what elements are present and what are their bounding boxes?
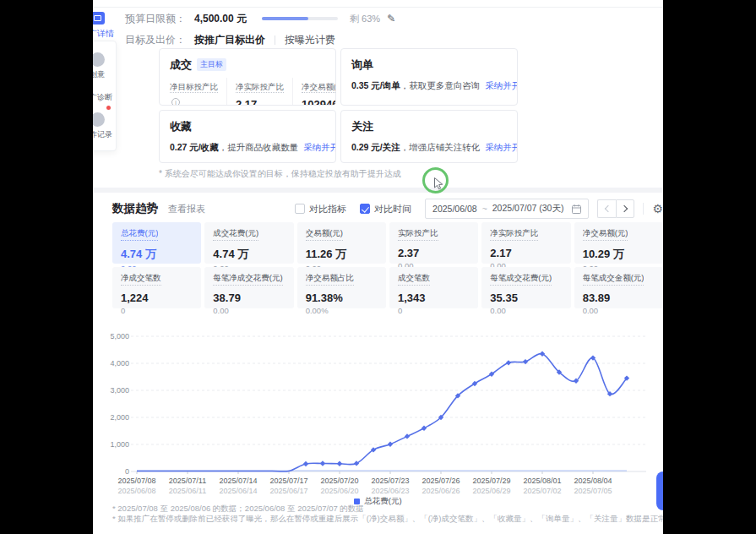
data-point-marker (422, 426, 427, 431)
goal-stat-label-row: 净交易额(元) (302, 78, 336, 93)
suggested-price: 0.35 元/询单 (351, 80, 400, 90)
metric-tile[interactable]: 总花费(元)4.74 万0.00 (112, 222, 201, 264)
metric-tile[interactable]: 每笔成交金额(元)83.890.00 (574, 267, 663, 308)
chevron-left-icon (605, 205, 612, 212)
goal-stat-label: 净交易额(元) (302, 82, 336, 93)
click-indicator (422, 167, 449, 193)
detail-icon (93, 12, 105, 25)
svg-text:2025/06/23: 2025/06/23 (371, 487, 409, 495)
svg-text:2025/07/05: 2025/07/05 (574, 487, 612, 495)
prev-period-button[interactable] (597, 199, 616, 218)
budget-progress-bar[interactable] (262, 17, 338, 20)
metric-value: 35.35 (490, 292, 562, 304)
metric-tiles: 总花费(元)4.74 万0.00成交花费(元)4.74 万0.00交易额(元)1… (112, 222, 663, 308)
creative-icon (93, 52, 105, 67)
metric-label: 实际投产比 (398, 228, 438, 241)
svg-text:2025/06/29: 2025/06/29 (472, 487, 510, 495)
svg-text:5,000: 5,000 (110, 332, 129, 341)
metric-tile[interactable]: 净实际投产比2.170.00 (481, 222, 570, 264)
svg-text:3,000: 3,000 (110, 386, 129, 395)
svg-text:2025/07/14: 2025/07/14 (219, 477, 257, 485)
metric-label: 净交易额(元) (583, 228, 628, 241)
svg-text:4,000: 4,000 (110, 359, 129, 368)
metric-tile[interactable]: 净交易额(元)10.29 万0.00 (574, 222, 663, 264)
svg-text:2,000: 2,000 (110, 413, 129, 422)
metric-tile[interactable]: 成交花费(元)4.74 万0.00 (204, 222, 293, 264)
info-icon[interactable]: i (171, 98, 180, 106)
tab-bid-by-exposure[interactable]: 按曝光计费 (285, 33, 335, 47)
metric-label: 净成交笔数 (121, 273, 161, 286)
floating-side-button[interactable] (656, 471, 663, 510)
metric-tile[interactable]: 每笔成交花费(元)35.350.00 (481, 267, 570, 308)
main-content: 推广详情 创意推广诊断操作记录 预算日限额： 4,500.00 元 剩 63% … (93, 0, 663, 534)
desc-text: ，增强店铺关注转化 (400, 142, 481, 152)
metric-tile[interactable]: 交易额(元)11.26 万0.00 (297, 222, 386, 264)
goal-card-title: 收藏 (170, 119, 192, 134)
metric-value: 4.74 万 (121, 247, 193, 262)
adopt-enable-link[interactable]: 采纳并开启 (485, 142, 518, 152)
suggested-price: 0.27 元/收藏 (170, 142, 219, 152)
metric-value: 11.26 万 (306, 247, 378, 262)
svg-text:2025/07/11: 2025/07/11 (169, 477, 206, 485)
data-point-marker (388, 441, 393, 446)
svg-text:2025/07/08: 2025/07/08 (117, 477, 155, 485)
svg-text:2025/06/26: 2025/06/26 (422, 487, 460, 495)
svg-text:2025/08/04: 2025/08/04 (574, 477, 612, 485)
metric-tile[interactable]: 每笔净成交花费(元)38.790.00 (204, 267, 293, 308)
metric-label: 成交花费(元) (213, 228, 258, 241)
tab-bid-by-goal[interactable]: 按推广目标出价 (194, 33, 265, 47)
metric-compare-value: 0.00 (583, 306, 655, 315)
trend-line-chart: 01,0002,0003,0004,0005,0002025/07/082025… (101, 328, 659, 507)
next-period-button[interactable] (616, 199, 634, 218)
compare-metric-checkbox[interactable]: 对比指标 (295, 203, 346, 215)
svg-text:2025/06/17: 2025/06/17 (269, 487, 307, 495)
gear-icon[interactable]: ⚙ (652, 202, 663, 215)
metric-label: 净实际投产比 (490, 228, 538, 241)
date-start: 2025/06/08 (432, 204, 477, 214)
svg-text:2025/07/17: 2025/07/17 (269, 477, 307, 485)
goal-card-desc: 0.35 元/询单，获取更多意向咨询采纳并开启 (351, 80, 507, 92)
data-point-marker (337, 461, 342, 466)
section-divider (93, 188, 663, 193)
metric-value: 2.37 (398, 247, 470, 259)
data-point-marker (354, 460, 359, 466)
svg-text:2025/07/29: 2025/07/29 (472, 477, 510, 485)
metric-value: 4.74 万 (213, 247, 285, 262)
sidebar-item-label: 创意 (93, 69, 116, 80)
metric-value: 83.89 (583, 292, 655, 304)
adopt-enable-link[interactable]: 采纳并开启 (303, 142, 336, 152)
metric-tile[interactable]: 净交易额占比91.38%0.00% (297, 267, 386, 308)
metric-value: 10.29 万 (583, 247, 655, 262)
adopt-enable-link[interactable]: 采纳并开启 (485, 80, 518, 90)
metric-tile[interactable]: 净成交笔数1,2240 (112, 267, 201, 308)
metric-label: 总花费(元) (121, 228, 158, 241)
goal-card-询单: 询单0.35 元/询单，获取更多意向咨询采纳并开启 (340, 48, 518, 106)
metric-compare-value: 0.00 (490, 306, 562, 315)
budget-edit-icon[interactable]: ✎ (387, 13, 395, 25)
metric-tile[interactable]: 成交笔数1,3430 (389, 267, 478, 308)
mouse-cursor-icon (434, 177, 444, 190)
sidebar-item-promotion-detail[interactable]: 推广详情 (93, 12, 117, 40)
goal-stat-label-row: 净实际投产比 (236, 78, 284, 93)
metric-tile[interactable]: 实际投产比2.370.00 (389, 222, 478, 264)
budget-remaining: 剩 63% (350, 13, 380, 25)
date-range-picker[interactable]: 2025/06/08 ~ 2025/07/07 (30天) (425, 199, 589, 219)
sidebar-item-diagnosis[interactable]: 推广诊断 (93, 85, 116, 108)
sidebar-item-creative[interactable]: 创意 (93, 48, 116, 85)
goal-stat-label: 净目标投产比 (170, 82, 218, 93)
bidding-row: 目标及出价： 按推广目标出价 按曝光计费 (125, 33, 335, 46)
view-report-link[interactable]: 查看报表 (168, 203, 205, 215)
sidebar-tool-panel: 创意推广诊断操作记录 (93, 41, 117, 151)
sidebar-item-label: 推广诊断 (93, 92, 116, 103)
sidebar-item-history[interactable]: 操作记录 (93, 108, 116, 145)
goal-stat: 净交易额(元)102946.60 (302, 78, 336, 106)
checkbox-icon (295, 204, 305, 214)
compare-time-checkbox[interactable]: 对比时间 (360, 203, 411, 215)
metric-value: 1,343 (398, 292, 470, 304)
svg-text:1,000: 1,000 (110, 440, 129, 449)
metric-value: 1,224 (121, 292, 193, 304)
legend-label: 总花费(元) (364, 496, 401, 505)
metric-label: 每笔成交花费(元) (490, 273, 552, 286)
svg-text:2025/06/08: 2025/06/08 (117, 487, 155, 495)
goal-stat-label-row: 净目标投产比i (170, 78, 218, 106)
